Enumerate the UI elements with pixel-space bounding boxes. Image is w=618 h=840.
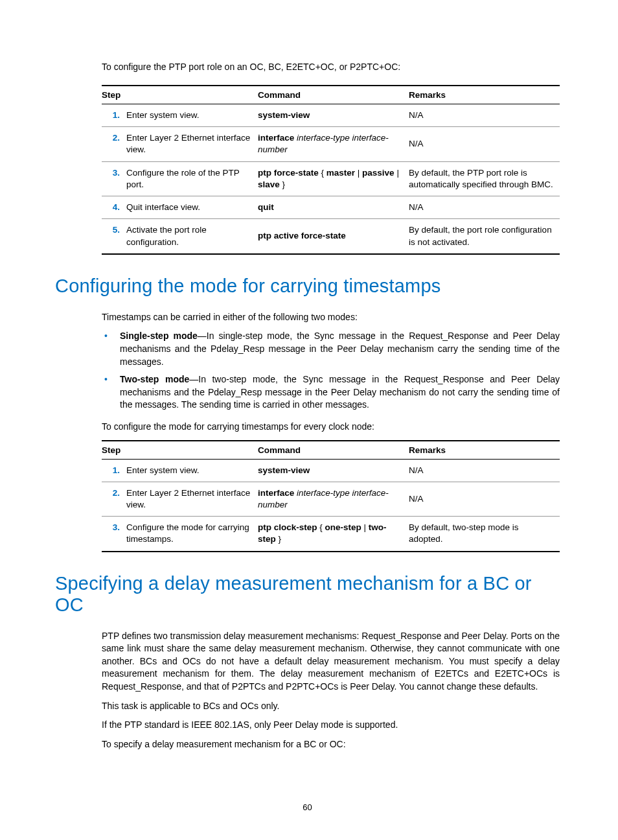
step-remarks: By default, the PTP port role is automat…: [409, 161, 560, 196]
table-row: 2. Enter Layer 2 Ethernet interface view…: [102, 127, 560, 161]
step-remarks: N/A: [409, 459, 560, 482]
cmd-brace: }: [276, 534, 281, 544]
para-specify: To specify a delay measurement mechanism…: [102, 738, 560, 751]
cmd-opt: passive: [362, 168, 395, 178]
step-number: 1.: [102, 459, 126, 482]
bullet-two-step: Two-step mode—In two-step mode, the Sync…: [102, 373, 560, 412]
page-number: 60: [55, 802, 560, 812]
table-row: 2. Enter Layer 2 Ethernet interface view…: [102, 482, 560, 516]
step-desc: Enter system view.: [126, 459, 258, 482]
step-number: 2.: [102, 127, 126, 161]
step-desc: Activate the port role configuration.: [126, 219, 258, 254]
para-applicable: This task is applicable to BCs and OCs o…: [102, 700, 560, 713]
step-remarks: By default, two-step mode is adopted.: [409, 517, 560, 552]
cmd-text: system-view: [258, 465, 310, 475]
step-desc: Quit interface view.: [126, 196, 258, 219]
th-command: Command: [258, 86, 409, 104]
cmd-brace: {: [319, 168, 326, 178]
cmd-text: ptp active force-state: [258, 231, 346, 240]
step-remarks: N/A: [409, 127, 560, 161]
bullet-label: Two-step mode: [120, 374, 189, 384]
cmd-text: system-view: [258, 110, 310, 120]
cmd-text: ptp force-state: [258, 168, 319, 178]
cmd-sep: |: [355, 168, 362, 178]
table-carrying-timestamps: Step Command Remarks 1. Enter system vie…: [102, 440, 560, 552]
para-delay-intro: PTP defines two transmission delay measu…: [102, 630, 560, 694]
table-row: 3. Configure the role of the PTP port. p…: [102, 161, 560, 196]
step-number: 3.: [102, 517, 126, 552]
para-configure-mode: To configure the mode for carrying times…: [102, 421, 560, 434]
th-step: Step: [102, 86, 258, 104]
cmd-opt: slave: [258, 180, 280, 189]
step-desc: Configure the mode for carrying timestam…: [126, 517, 258, 552]
intro-text-1: To configure the PTP port role on an OC,…: [102, 62, 560, 72]
cmd-opt: one-step: [325, 522, 361, 532]
step-command: quit: [258, 196, 409, 219]
th-command: Command: [258, 441, 409, 460]
table-row: 5. Activate the port role configuration.…: [102, 219, 560, 254]
cmd-text: interface: [258, 133, 297, 143]
step-remarks: N/A: [409, 196, 560, 219]
table-row: 3. Configure the mode for carrying times…: [102, 517, 560, 552]
para-timestamps-intro: Timestamps can be carried in either of t…: [102, 311, 560, 324]
step-desc: Enter Layer 2 Ethernet interface view.: [126, 127, 258, 161]
step-command: system-view: [258, 104, 409, 127]
step-remarks: N/A: [409, 482, 560, 516]
cmd-text: quit: [258, 202, 274, 212]
step-command: system-view: [258, 459, 409, 482]
cmd-sep: |: [361, 522, 369, 532]
heading-delay-measurement: Specifying a delay measurement mechanism…: [55, 573, 560, 616]
table-header-row: Step Command Remarks: [102, 441, 560, 460]
table-ptp-port-role: Step Command Remarks 1. Enter system vie…: [102, 85, 560, 255]
th-remarks: Remarks: [409, 86, 560, 104]
step-command: interface interface-type interface-numbe…: [258, 482, 409, 516]
step-number: 2.: [102, 482, 126, 516]
step-command: ptp active force-state: [258, 219, 409, 254]
cmd-opt: master: [326, 168, 355, 178]
cmd-brace: }: [280, 180, 285, 189]
step-command: ptp force-state { master | passive | sla…: [258, 161, 409, 196]
step-command: ptp clock-step { one-step | two-step }: [258, 517, 409, 552]
step-desc: Configure the role of the PTP port.: [126, 161, 258, 196]
step-number: 1.: [102, 104, 126, 127]
step-remarks: By default, the port role configuration …: [409, 219, 560, 254]
table-row: 4. Quit interface view. quit N/A: [102, 196, 560, 219]
step-command: interface interface-type interface-numbe…: [258, 127, 409, 161]
step-number: 3.: [102, 161, 126, 196]
heading-configuring-mode: Configuring the mode for carrying timest…: [55, 275, 560, 297]
step-number: 5.: [102, 219, 126, 254]
step-remarks: N/A: [409, 104, 560, 127]
step-desc: Enter Layer 2 Ethernet interface view.: [126, 482, 258, 516]
bullet-single-step: Single-step mode—In single-step mode, th…: [102, 330, 560, 368]
table-row: 1. Enter system view. system-view N/A: [102, 459, 560, 482]
cmd-brace: {: [317, 522, 325, 532]
table-row: 1. Enter system view. system-view N/A: [102, 104, 560, 127]
cmd-text: ptp clock-step: [258, 522, 317, 532]
bullet-label: Single-step mode: [120, 331, 198, 341]
step-number: 4.: [102, 196, 126, 219]
table-header-row: Step Command Remarks: [102, 86, 560, 104]
cmd-sep: |: [395, 168, 399, 178]
cmd-text: interface: [258, 488, 297, 498]
th-step: Step: [102, 441, 258, 460]
step-desc: Enter system view.: [126, 104, 258, 127]
th-remarks: Remarks: [409, 441, 560, 460]
bullet-list-modes: Single-step mode—In single-step mode, th…: [102, 330, 560, 412]
para-ieee: If the PTP standard is IEEE 802.1AS, onl…: [102, 719, 560, 732]
